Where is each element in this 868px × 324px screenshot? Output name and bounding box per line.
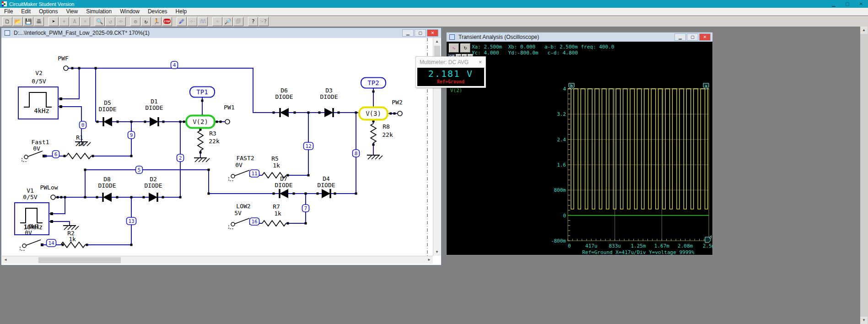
oscilloscope-minimize-button[interactable]: ▁ [674,33,686,41]
diode-d7[interactable]: D7DIODE [275,175,292,198]
rotate-tool-button[interactable]: ↺ [105,17,115,26]
resistor-r2[interactable]: R21k [61,230,85,248]
oscilloscope-maximize-button[interactable]: ▢ [687,33,698,41]
node-badge-13[interactable]: 13 [127,217,136,225]
multimeter-close-icon[interactable]: × [479,59,482,65]
open-file-button[interactable]: 📂 [13,17,23,26]
schematic-canvas[interactable]: PWFPW1PW2PWLowV20/5V4kHzV10/5V10kHzD5DIO… [2,38,433,256]
schematic-horizontal-scrollbar[interactable]: ◄ ► [2,256,433,264]
search-parts-button[interactable]: 🔎 [223,17,233,26]
context-help-button[interactable]: ☞? [259,17,269,26]
mdi-scroll-down-arrow[interactable]: ▼ [860,317,868,324]
scroll-up-arrow[interactable]: ▲ [433,38,441,45]
resistor-r5[interactable]: R51k [262,155,286,178]
app-title: CircuitMaker Student Version [9,1,74,7]
wire[interactable] [52,221,70,226]
node-badge-6[interactable]: 6 [53,151,59,158]
menu-view[interactable]: View [62,8,82,15]
mirror-tool-button[interactable]: ◁▷ [116,17,126,26]
device-tool-button[interactable]: ⊣⊢ [212,17,222,26]
diode-d5[interactable]: D5DIODE [98,99,116,126]
node-badge-7[interactable]: 7 [302,205,309,212]
node-badge-2[interactable]: 2 [177,154,184,162]
menu-devices[interactable]: Devices [144,8,172,15]
wire-plus-button[interactable]: + [59,17,69,26]
node-badge-8[interactable]: 8 [353,150,360,157]
switch-low2[interactable]: LOW25V [229,203,254,229]
terminal-pwlow[interactable]: PWLow [40,184,58,200]
diode-d2[interactable]: D2DIODE [144,176,162,202]
oscilloscope-close-button[interactable]: ✕ [699,33,711,41]
app-minimize-button[interactable]: ▁ [827,0,841,8]
terminal-pw1[interactable]: PW1 [224,104,234,124]
scope-refresh-button[interactable]: ↻ [460,43,470,53]
scope-cursor-flag-d[interactable]: d [705,235,712,243]
scroll-right-arrow[interactable]: ► [426,256,433,264]
resistor-r3[interactable]: R322k [198,130,220,151]
scroll-down-arrow[interactable]: ▼ [433,248,441,256]
reset-tool-button[interactable]: ↻ [141,17,151,26]
schematic-maximize-button[interactable]: ▢ [415,29,426,37]
diode-d4[interactable]: D4DIODE [317,175,335,198]
stop-simulation-button[interactable]: STOP [162,17,172,26]
svg-text:b: b [570,84,572,88]
scope-cursor-flag-a[interactable]: a [703,83,709,89]
source-v2[interactable]: V20/5V4kHz [18,70,62,119]
multimeter-panel[interactable]: Multimeter: DC AVG × 2.181 V Ref=Ground [415,56,486,88]
node-badge-9[interactable]: 9 [128,131,135,139]
testpoint-v2[interactable]: V(2) [186,116,215,128]
menu-help[interactable]: Help [172,8,191,15]
testpoint-tp1[interactable]: TP1 [190,87,215,97]
app-maximize-button[interactable]: ▢ [841,0,854,8]
menu-file[interactable]: File [0,8,17,15]
help-button[interactable]: ? [248,17,258,26]
testpoint-tp2[interactable]: TP2 [361,78,386,88]
scope-cursor-flag-b[interactable]: b [569,83,574,89]
wire[interactable] [61,68,79,99]
switch-fast1[interactable]: Fast10V [22,139,49,162]
schematic-close-button[interactable]: ✕ [427,29,438,37]
new-file-button[interactable]: 🗋 [2,17,12,26]
mdi-scrollbar[interactable]: ▲ ▼ [860,27,868,324]
terminal-pwf[interactable]: PWF [58,55,69,70]
node-tool-button[interactable]: -▷- [187,17,197,26]
digital-waveform-button[interactable]: ⎍⎍ [198,17,208,26]
hscroll-thumb[interactable] [38,257,121,263]
text-tool-button[interactable]: A [70,17,80,26]
node-badge-11[interactable]: 11 [250,170,259,177]
probe-tool-button[interactable]: 🖉 [177,17,187,26]
oscilloscope-titlebar[interactable]: Transient Analysis (Oscilloscope) ▁ ▢ ✕ [447,32,712,42]
scroll-left-arrow[interactable]: ◄ [2,256,9,264]
diode-d8[interactable]: D8DIODE [98,176,116,202]
node-badge-5[interactable]: 5 [136,166,143,173]
switch-value-low1: 0V [25,229,32,236]
menu-edit[interactable]: Edit [17,8,35,15]
print-button[interactable]: 🖶 [34,17,44,26]
clipboard-button[interactable]: 🗐 [233,17,243,26]
node-badge-4[interactable]: 4 [171,61,178,69]
testpoint-v3[interactable]: V(3) [359,108,388,120]
node-badge-14[interactable]: 14 [47,239,56,247]
resistor-r8[interactable]: R822k [371,123,393,143]
run-simulation-button[interactable]: 🏃 [151,17,162,26]
menu-options[interactable]: Options [35,8,62,15]
node-badge-16[interactable]: 16 [250,218,259,225]
node-badge-0[interactable]: 0 [80,121,86,129]
resistor-name-r3: R3 [209,130,216,137]
schematic-window-icon [5,30,10,36]
zoom-tool-button[interactable]: 🔍 [95,17,105,26]
delete-tool-button[interactable]: ⚡ [80,17,90,26]
app-close-button[interactable]: ✕ [854,0,868,8]
options-gears-button[interactable]: ⚙ [130,17,140,26]
schematic-minimize-button[interactable]: ▁ [402,29,414,37]
menu-window[interactable]: Window [116,8,144,15]
menu-simulation[interactable]: Simulation [82,8,116,15]
scope-waveform-tool-button[interactable]: ∿ [449,43,459,53]
schematic-titlebar[interactable]: D:...\Interlock_PWM_Fast_Low_2025-09.CKT… [1,28,441,38]
select-arrow-button[interactable]: ➤ [49,17,59,26]
resistor-r7[interactable]: R71k [262,203,286,226]
save-file-button[interactable]: 💾 [23,17,33,26]
node-badge-12[interactable]: 12 [304,142,313,150]
resistor-r1[interactable]: R11k [66,134,91,159]
mdi-scroll-up-arrow[interactable]: ▲ [860,27,868,34]
